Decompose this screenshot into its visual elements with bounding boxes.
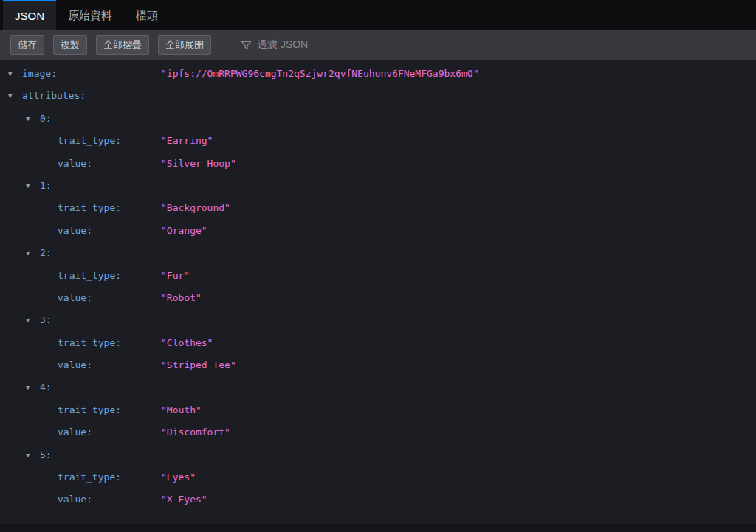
tree-row-attr-4: ▼ 4: <box>0 376 756 398</box>
json-value: "Discomfort" <box>161 421 230 443</box>
json-key: value: <box>58 421 92 443</box>
json-value: "Background" <box>161 197 230 219</box>
json-key: 4: <box>40 376 52 398</box>
tree-row-image: ▼ image: "ipfs://QmRRPWG96cmgTn2qSzjwr2q… <box>0 63 756 85</box>
chevron-down-icon[interactable]: ▼ <box>8 85 12 107</box>
json-key: trait_type: <box>58 265 121 287</box>
copy-button[interactable]: 複製 <box>53 35 87 55</box>
expand-all-button[interactable]: 全部展開 <box>158 35 211 55</box>
tree-row-value: value: "Silver Hoop" <box>0 153 756 175</box>
filter-json-input[interactable]: 過濾 JSON <box>241 38 308 52</box>
json-value: "Clothes" <box>161 332 213 354</box>
tree-row-attr-2: ▼ 2: <box>0 242 756 264</box>
tree-row-trait-type: trait_type: "Background" <box>0 197 756 219</box>
tree-row-trait-type: trait_type: "Clothes" <box>0 332 756 354</box>
tree-row-value: value: "Robot" <box>0 287 756 309</box>
tree-row-attr-1: ▼ 1: <box>0 175 756 197</box>
chevron-down-icon[interactable]: ▼ <box>26 376 30 398</box>
json-value: "X Eyes" <box>161 488 207 511</box>
json-key: value: <box>58 153 92 175</box>
json-value: "Robot" <box>161 287 202 309</box>
tree-row-attr-3: ▼ 3: <box>0 309 756 331</box>
tree-row-trait-type: trait_type: "Fur" <box>0 265 756 287</box>
filter-icon <box>241 40 252 51</box>
json-value: "Orange" <box>161 220 207 242</box>
json-key: trait_type: <box>58 197 121 219</box>
tree-row-value: value: "Striped Tee" <box>0 354 756 376</box>
json-value: "Mouth" <box>161 399 202 421</box>
json-key: attributes: <box>22 85 86 107</box>
chevron-down-icon[interactable]: ▼ <box>26 108 30 130</box>
json-value: "Earring" <box>161 130 213 152</box>
json-key: 1: <box>40 175 52 197</box>
tab-raw-data[interactable]: 原始資料 <box>56 0 124 30</box>
json-key: 5: <box>40 444 52 466</box>
json-key: value: <box>58 287 92 309</box>
chevron-down-icon[interactable]: ▼ <box>26 444 30 466</box>
json-key: value: <box>58 220 92 242</box>
json-key: 3: <box>40 309 52 331</box>
tab-raw-data-label: 原始資料 <box>68 9 112 23</box>
json-key: 2: <box>40 242 52 264</box>
json-key: value: <box>58 488 92 511</box>
tree-row-trait-type: trait_type: "Eyes" <box>0 466 756 488</box>
filter-placeholder: 過濾 JSON <box>257 38 308 52</box>
json-value: "Eyes" <box>161 466 196 488</box>
chevron-down-icon[interactable]: ▼ <box>26 175 30 197</box>
chevron-down-icon[interactable]: ▼ <box>26 309 30 331</box>
json-key: trait_type: <box>58 466 121 488</box>
json-key: trait_type: <box>58 399 121 421</box>
tab-bar: JSON 原始資料 檔頭 <box>0 0 756 30</box>
json-value: "Silver Hoop" <box>161 153 236 175</box>
json-key: trait_type: <box>58 130 121 152</box>
tree-row-trait-type: trait_type: "Mouth" <box>0 399 756 421</box>
json-key: value: <box>58 354 92 376</box>
tree-row-value: value: "Orange" <box>0 220 756 242</box>
tree-row-attributes: ▼ attributes: <box>0 85 756 107</box>
tab-headers-label: 檔頭 <box>136 9 158 23</box>
tree-row-value: value: "Discomfort" <box>0 421 756 443</box>
horizontal-scrollbar[interactable] <box>0 524 756 532</box>
chevron-down-icon[interactable]: ▼ <box>26 242 30 264</box>
tab-headers[interactable]: 檔頭 <box>124 0 170 30</box>
tree-row-attr-5: ▼ 5: <box>0 444 756 466</box>
tree-row-attr-0: ▼ 0: <box>0 108 756 130</box>
tab-json[interactable]: JSON <box>3 0 56 30</box>
tree-row-trait-type: trait_type: "Earring" <box>0 130 756 152</box>
json-key: trait_type: <box>58 332 121 354</box>
json-value: "Fur" <box>161 265 190 287</box>
collapse-all-button[interactable]: 全部摺疊 <box>96 35 149 55</box>
json-value: "ipfs://QmRRPWG96cmgTn2qSzjwr2qvfNEuhunv… <box>161 63 478 85</box>
tree-row-value: value: "X Eyes" <box>0 488 756 511</box>
json-key: 0: <box>40 108 52 130</box>
chevron-down-icon[interactable]: ▼ <box>8 63 12 85</box>
json-tree: ▼ image: "ipfs://QmRRPWG96cmgTn2qSzjwr2q… <box>0 60 756 511</box>
json-key: image: <box>22 63 57 85</box>
json-value: "Striped Tee" <box>161 354 236 376</box>
save-button[interactable]: 儲存 <box>10 35 44 55</box>
toolbar: 儲存 複製 全部摺疊 全部展開 過濾 JSON <box>0 30 756 60</box>
tab-json-label: JSON <box>15 10 44 22</box>
